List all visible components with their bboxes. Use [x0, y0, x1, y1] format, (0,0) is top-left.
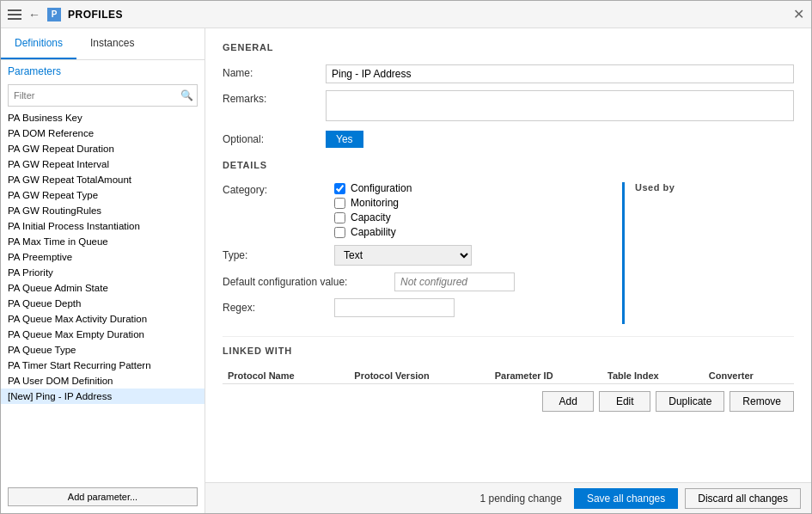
- category-checkboxes: Configuration Monitoring Capacity: [334, 182, 412, 238]
- linked-header: LINKED WITH: [223, 346, 794, 359]
- optional-yes-button[interactable]: Yes: [326, 131, 363, 148]
- param-item-pa-queue-depth[interactable]: PA Queue Depth: [1, 296, 205, 311]
- col-protocol-version: Protocol Version: [349, 368, 489, 384]
- sidebar-section-label: Parameters: [1, 60, 205, 81]
- checkbox-monitoring[interactable]: Monitoring: [334, 197, 412, 209]
- param-item-pa-gw-repeat-interval[interactable]: PA GW Repeat Interval: [1, 156, 205, 172]
- default-config-label: Default configuration value:: [223, 276, 394, 288]
- param-item-pa-priority[interactable]: PA Priority: [1, 265, 205, 280]
- param-item-pa-gw-routingrules[interactable]: PA GW RoutingRules: [1, 203, 205, 218]
- checkbox-capacity-input[interactable]: [334, 212, 345, 223]
- param-item-pa-dom-reference[interactable]: PA DOM Reference: [1, 125, 205, 141]
- regex-row: Regex:: [223, 298, 622, 317]
- checkbox-capability-label: Capability: [351, 226, 396, 238]
- search-icon: 🔍: [176, 85, 197, 106]
- param-item-pa-queue-activity-duration[interactable]: [New] Ping - IP Address: [1, 389, 205, 404]
- title-bar: ← P PROFILES ✕: [1, 1, 811, 28]
- details-header: DETAILS: [223, 160, 794, 174]
- param-item-pa-gw-repeat-totalamount[interactable]: PA GW Repeat TotalAmount: [1, 172, 205, 187]
- remove-linked-button[interactable]: Remove: [730, 391, 794, 412]
- close-button[interactable]: ✕: [793, 6, 804, 22]
- param-item-pa-timer-start-recurring-pattern[interactable]: PA Timer Start Recurring Pattern: [1, 358, 205, 373]
- optional-btn-container: Yes: [326, 131, 794, 148]
- param-item-pa-queue-max-activity-duration[interactable]: PA Queue Max Activity Duration: [1, 311, 205, 327]
- sidebar-tabs: Definitions Instances: [1, 28, 205, 60]
- optional-label: Optional:: [223, 131, 326, 145]
- param-item-pa-queue-type[interactable]: PA Queue Type: [1, 342, 205, 358]
- form-area: GENERAL Name: Remarks: Optional:: [205, 28, 811, 482]
- tab-definitions[interactable]: Definitions: [1, 28, 76, 59]
- title-bar-left: ← P PROFILES: [8, 8, 793, 21]
- name-value-container: [326, 64, 794, 83]
- category-row: Category: Configuration Monitoring: [223, 182, 622, 238]
- name-input[interactable]: [326, 64, 794, 83]
- bottom-bar: 1 pending change Save all changes Discar…: [205, 482, 811, 513]
- type-label: Type:: [223, 249, 334, 261]
- discard-all-button[interactable]: Discard all changes: [685, 488, 801, 509]
- right-panel: GENERAL Name: Remarks: Optional:: [205, 28, 811, 513]
- search-bar: 🔍: [8, 84, 198, 107]
- hamburger-icon[interactable]: [8, 9, 21, 20]
- remarks-textarea[interactable]: [326, 90, 794, 121]
- profiles-icon: P: [47, 8, 61, 21]
- add-linked-button[interactable]: Add: [542, 391, 594, 412]
- remarks-label: Remarks:: [223, 90, 326, 105]
- regex-input[interactable]: [334, 298, 455, 317]
- checkbox-capacity-label: Capacity: [351, 211, 391, 223]
- checkbox-configuration-input[interactable]: [334, 183, 345, 194]
- linked-section: LINKED WITH Protocol Name Protocol Versi…: [223, 336, 794, 412]
- param-item-pa-queue-admin-state[interactable]: PA Queue Admin State: [1, 280, 205, 296]
- linked-table: Protocol Name Protocol Version Parameter…: [223, 368, 794, 384]
- param-item-pa-business-key[interactable]: PA Business Key: [1, 110, 205, 125]
- checkbox-capability-input[interactable]: [334, 227, 345, 238]
- param-item-pa-preemptive[interactable]: PA Preemptive: [1, 249, 205, 265]
- param-item-pa-user-dom-definition[interactable]: PA User DOM Definition: [1, 373, 205, 389]
- checkbox-monitoring-input[interactable]: [334, 198, 345, 209]
- sidebar: Definitions Instances Parameters 🔍 PA Bu…: [1, 28, 205, 513]
- param-list: PA Business KeyPA DOM ReferencePA GW Rep…: [1, 110, 205, 480]
- app-window: ← P PROFILES ✕ Definitions Instances Par…: [0, 0, 812, 514]
- type-select[interactable]: Text Number Boolean Date: [334, 245, 472, 266]
- used-by-section: Used by: [622, 182, 794, 324]
- col-parameter-id: Parameter ID: [490, 368, 602, 384]
- remarks-row: Remarks:: [223, 90, 794, 124]
- details-left: Category: Configuration Monitoring: [223, 182, 622, 324]
- default-config-row: Default configuration value:: [223, 272, 622, 291]
- add-parameter-button[interactable]: Add parameter...: [8, 487, 198, 506]
- regex-label: Regex:: [223, 302, 334, 314]
- col-converter: Converter: [704, 368, 794, 384]
- checkbox-configuration[interactable]: Configuration: [334, 182, 412, 194]
- window-title: PROFILES: [68, 9, 123, 21]
- pending-text: 1 pending change: [479, 493, 561, 505]
- category-label: Category:: [223, 182, 334, 196]
- param-item-pa-gw-repeat-duration[interactable]: PA GW Repeat Duration: [1, 141, 205, 156]
- details-section: DETAILS Category: Configuration: [223, 160, 794, 324]
- remarks-value-container: [326, 90, 794, 124]
- col-table-index: Table Index: [602, 368, 704, 384]
- param-item-pa-queue-max-empty-duration[interactable]: PA Queue Max Empty Duration: [1, 327, 205, 342]
- param-item-pa-max-time-in-queue[interactable]: PA Max Time in Queue: [1, 234, 205, 249]
- used-by-label: Used by: [635, 182, 794, 193]
- col-protocol-name: Protocol Name: [223, 368, 349, 384]
- param-item-pa-gw-repeat-type[interactable]: PA GW Repeat Type: [1, 187, 205, 203]
- tab-instances[interactable]: Instances: [76, 28, 148, 59]
- main-content: Definitions Instances Parameters 🔍 PA Bu…: [1, 28, 811, 513]
- checkbox-capacity[interactable]: Capacity: [334, 211, 412, 223]
- name-row: Name:: [223, 64, 794, 83]
- general-header: GENERAL: [223, 42, 794, 56]
- duplicate-linked-button[interactable]: Duplicate: [656, 391, 724, 412]
- edit-linked-button[interactable]: Edit: [599, 391, 650, 412]
- optional-row: Optional: Yes: [223, 131, 794, 148]
- default-config-input[interactable]: [394, 272, 515, 291]
- name-label: Name:: [223, 64, 326, 79]
- back-icon[interactable]: ←: [28, 8, 40, 21]
- linked-actions: Add Edit Duplicate Remove: [223, 391, 794, 412]
- filter-input[interactable]: [9, 88, 176, 103]
- details-grid: Category: Configuration Monitoring: [223, 182, 794, 324]
- checkbox-capability[interactable]: Capability: [334, 226, 412, 238]
- save-all-button[interactable]: Save all changes: [574, 488, 678, 509]
- type-row: Type: Text Number Boolean Date: [223, 245, 622, 266]
- param-item-pa-initial-process-instantiation[interactable]: PA Initial Process Instantiation: [1, 218, 205, 234]
- checkbox-monitoring-label: Monitoring: [351, 197, 399, 209]
- checkbox-configuration-label: Configuration: [351, 182, 412, 194]
